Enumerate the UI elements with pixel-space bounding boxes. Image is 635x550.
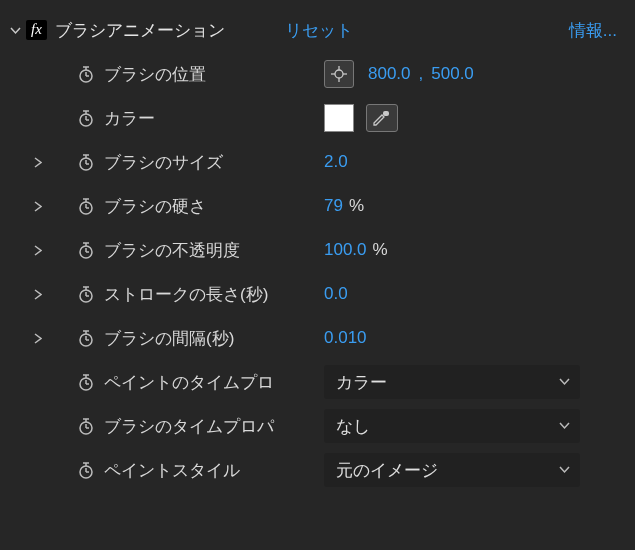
prop-row-brush-hardness: ブラシの硬さ 79% [0, 184, 635, 228]
stopwatch-icon [76, 372, 96, 392]
crosshair-button[interactable] [324, 60, 354, 88]
stroke-length-value[interactable]: 0.0 [324, 284, 348, 304]
label-brush-size: ブラシのサイズ [104, 151, 324, 174]
stopwatch-brush-time-prop[interactable] [68, 416, 104, 436]
prop-row-stroke-length: ストロークの長さ(秒) 0.0 [0, 272, 635, 316]
value-brush-hardness: 79% [324, 196, 635, 216]
svg-rect-15 [383, 111, 389, 116]
brush-hardness-unit: % [349, 196, 364, 216]
effect-header-row: fx ブラシアニメーション リセット 情報... [0, 8, 635, 52]
prop-row-brush-size: ブラシのサイズ 2.0 [0, 140, 635, 184]
value-brush-position: 800.0,500.0 [324, 60, 635, 88]
value-paint-style: 元のイメージ [324, 453, 635, 487]
effect-name[interactable]: ブラシアニメーション [55, 19, 285, 42]
chevron-right-icon [34, 333, 42, 344]
value-brush-opacity: 100.0% [324, 240, 635, 260]
stopwatch-icon [76, 108, 96, 128]
svg-point-5 [335, 70, 343, 78]
label-brush-hardness: ブラシの硬さ [104, 195, 324, 218]
chevron-down-icon [559, 466, 570, 474]
label-color: カラー [104, 107, 324, 130]
dropdown-selected: カラー [336, 371, 387, 394]
label-brush-position: ブラシの位置 [104, 63, 324, 86]
label-brush-spacing: ブラシの間隔(秒) [104, 327, 324, 350]
prop-row-brush-opacity: ブラシの不透明度 100.0% [0, 228, 635, 272]
stopwatch-icon [76, 152, 96, 172]
stopwatch-paint-style[interactable] [68, 460, 104, 480]
fx-badge[interactable]: fx [26, 20, 47, 40]
value-paint-time-prop: カラー [324, 365, 635, 399]
chevron-down-icon [559, 378, 570, 386]
about-link[interactable]: 情報... [569, 19, 617, 42]
chevron-right-icon [34, 289, 42, 300]
value-color [324, 104, 635, 132]
eyedropper-button[interactable] [366, 104, 398, 132]
label-brush-opacity: ブラシの不透明度 [104, 239, 324, 262]
value-stroke-length: 0.0 [324, 284, 635, 304]
brush-opacity-unit: % [373, 240, 388, 260]
reset-link[interactable]: リセット [285, 19, 353, 42]
label-paint-style: ペイントスタイル [104, 459, 324, 482]
stopwatch-brush-spacing[interactable] [68, 328, 104, 348]
chevron-right-icon [34, 201, 42, 212]
stopwatch-icon [76, 284, 96, 304]
effect-disclosure[interactable] [6, 25, 24, 36]
expand-brush-opacity[interactable] [6, 245, 68, 256]
position-comma: , [419, 64, 424, 84]
brush-spacing-value[interactable]: 0.010 [324, 328, 367, 348]
stopwatch-icon [76, 416, 96, 436]
dropdown-brush-time-prop[interactable]: なし [324, 409, 580, 443]
prop-row-paint-time-prop: ペイントのタイムプロ カラー [0, 360, 635, 404]
stopwatch-icon [76, 328, 96, 348]
brush-size-value[interactable]: 2.0 [324, 152, 348, 172]
brush-opacity-value[interactable]: 100.0 [324, 240, 367, 260]
chevron-down-icon [10, 25, 21, 36]
prop-row-brush-position: ブラシの位置 800.0,500.0 [0, 52, 635, 96]
position-x[interactable]: 800.0 [368, 64, 411, 84]
prop-row-brush-spacing: ブラシの間隔(秒) 0.010 [0, 316, 635, 360]
prop-row-paint-style: ペイントスタイル 元のイメージ [0, 448, 635, 492]
value-brush-size: 2.0 [324, 152, 635, 172]
expand-stroke-length[interactable] [6, 289, 68, 300]
chevron-right-icon [34, 157, 42, 168]
stopwatch-brush-size[interactable] [68, 152, 104, 172]
stopwatch-icon [76, 196, 96, 216]
eyedropper-icon [372, 110, 392, 126]
effect-panel: fx ブラシアニメーション リセット 情報... ブラシの位置 [0, 0, 635, 492]
dropdown-selected: なし [336, 415, 370, 438]
label-paint-time-prop: ペイントのタイムプロ [104, 371, 324, 394]
stopwatch-brush-position[interactable] [68, 64, 104, 84]
stopwatch-brush-hardness[interactable] [68, 196, 104, 216]
value-brush-time-prop: なし [324, 409, 635, 443]
prop-row-brush-time-prop: ブラシのタイムプロパ なし [0, 404, 635, 448]
chevron-down-icon [559, 422, 570, 430]
stopwatch-color[interactable] [68, 108, 104, 128]
expand-brush-size[interactable] [6, 157, 68, 168]
dropdown-paint-style[interactable]: 元のイメージ [324, 453, 580, 487]
label-brush-time-prop: ブラシのタイムプロパ [104, 415, 324, 438]
crosshair-icon [330, 65, 348, 83]
prop-row-color: カラー [0, 96, 635, 140]
label-stroke-length: ストロークの長さ(秒) [104, 283, 324, 306]
expand-brush-hardness[interactable] [6, 201, 68, 212]
stopwatch-icon [76, 64, 96, 84]
stopwatch-icon [76, 460, 96, 480]
stopwatch-brush-opacity[interactable] [68, 240, 104, 260]
dropdown-paint-time-prop[interactable]: カラー [324, 365, 580, 399]
value-brush-spacing: 0.010 [324, 328, 635, 348]
brush-hardness-value[interactable]: 79 [324, 196, 343, 216]
expand-brush-spacing[interactable] [6, 333, 68, 344]
position-y[interactable]: 500.0 [431, 64, 474, 84]
stopwatch-stroke-length[interactable] [68, 284, 104, 304]
dropdown-selected: 元のイメージ [336, 459, 438, 482]
stopwatch-icon [76, 240, 96, 260]
chevron-right-icon [34, 245, 42, 256]
stopwatch-paint-time-prop[interactable] [68, 372, 104, 392]
color-swatch[interactable] [324, 104, 354, 132]
